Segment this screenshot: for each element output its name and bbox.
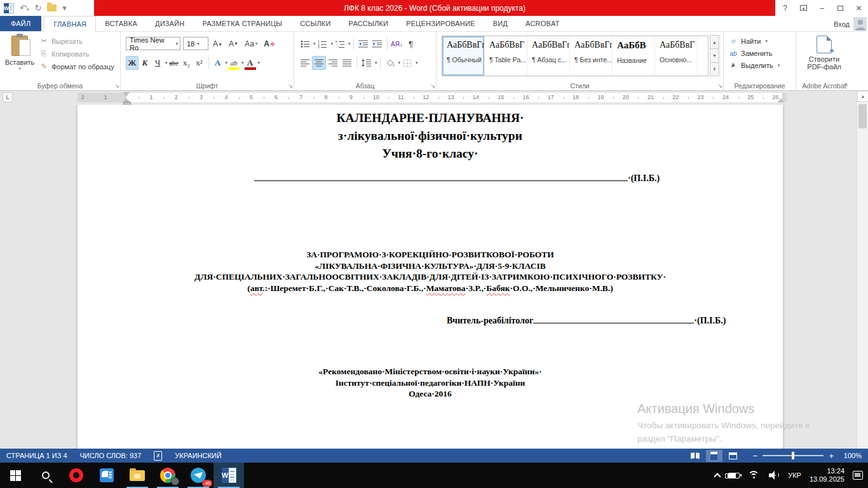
minimize-button[interactable]: – — [813, 0, 831, 16]
taskbar-chrome[interactable] — [153, 463, 183, 488]
multilevel-list-button[interactable]: ai — [333, 37, 347, 51]
select-button[interactable]: Выделить▾ — [729, 62, 780, 69]
ribbon-display-options-button[interactable]: ▴ — [794, 0, 813, 16]
vertical-scrollbar[interactable]: ▲ — [857, 91, 868, 449]
line-spacing-dropdown-arrow[interactable]: ▾ — [375, 60, 377, 65]
page-indicator[interactable]: СТРАНИЦА 1 ИЗ 4 — [6, 452, 67, 459]
style-item[interactable]: АаБбВвГг, ¶ Без инте... — [570, 36, 613, 76]
text-effects-button[interactable]: А — [212, 56, 224, 70]
style-item[interactable]: АаБбВвГг, ¶ Абзац с... — [527, 36, 570, 76]
battery-icon[interactable] — [728, 473, 740, 478]
print-layout-button[interactable] — [706, 450, 722, 462]
align-center-button[interactable] — [312, 56, 326, 70]
style-item[interactable]: АаБбВвГ ¶ Table Pa... — [485, 36, 527, 76]
keyboard-language[interactable]: УКР — [788, 471, 801, 479]
ribbon-tab[interactable]: ВСТАВКА — [96, 16, 146, 31]
bullets-dropdown-arrow[interactable]: ▾ — [313, 41, 316, 46]
open-icon[interactable] — [47, 4, 57, 11]
copy-button[interactable]: ⎘Копировать — [39, 50, 114, 58]
redo-icon[interactable]: ↻ — [34, 4, 41, 12]
close-button[interactable]: ✕ — [850, 0, 868, 16]
read-mode-button[interactable] — [687, 450, 703, 462]
borders-dropdown-arrow[interactable]: ▾ — [416, 60, 418, 65]
style-item[interactable]: АаБбВ Название — [613, 36, 655, 76]
scrollbar-thumb[interactable] — [858, 104, 867, 128]
create-pdf-button[interactable]: Створити PDF-файл — [803, 36, 846, 71]
language-indicator[interactable]: УКРАИНСКИЙ — [175, 452, 221, 459]
subscript-button[interactable]: х₂ — [180, 56, 193, 70]
align-left-button[interactable] — [298, 56, 312, 70]
font-color-dropdown-arrow[interactable]: ▾ — [258, 60, 261, 65]
font-color-button[interactable]: А — [244, 56, 257, 70]
shrink-font-button[interactable]: А▼ — [227, 37, 240, 50]
help-button[interactable]: ? — [776, 0, 794, 16]
styles-scroll-up-icon[interactable]: ▲ — [710, 35, 719, 49]
show-formatting-marks-button[interactable]: ¶ — [404, 37, 418, 51]
multilevel-dropdown-arrow[interactable]: ▾ — [348, 41, 351, 46]
cut-button[interactable]: ✂Вырезать — [39, 37, 114, 45]
bullets-button[interactable] — [298, 37, 312, 51]
word-count[interactable]: ЧИСЛО СЛОВ: 937 — [80, 452, 142, 459]
ribbon-tab[interactable]: ФАЙЛ — [0, 16, 41, 31]
left-indent-marker[interactable] — [123, 98, 130, 105]
paragraph-dialog-launcher[interactable]: ↘ — [430, 83, 435, 89]
align-right-button[interactable] — [326, 56, 340, 70]
strikethrough-button[interactable]: abc — [168, 56, 180, 70]
ribbon-tab[interactable]: РАССЫЛКИ — [340, 16, 397, 31]
volume-icon[interactable] — [769, 471, 780, 480]
font-dialog-launcher[interactable]: ↘ — [288, 83, 293, 89]
scroll-up-icon[interactable]: ▲ — [857, 91, 868, 102]
ribbon-tab[interactable]: ВИД — [484, 16, 517, 31]
ribbon-tab[interactable]: РЕЦЕНЗИРОВАНИЕ — [397, 16, 484, 31]
document-canvas[interactable]: КАЛЕНДАРНЕ·ПЛАНУВАННЯ·з·лікувальної·фізи… — [0, 105, 857, 449]
clipboard-dialog-launcher[interactable]: ↘ — [114, 83, 119, 89]
styles-dialog-launcher[interactable]: ↘ — [717, 83, 722, 89]
undo-icon[interactable]: ↶▾ — [20, 4, 29, 12]
action-center-icon[interactable] — [853, 471, 863, 480]
format-painter-button[interactable]: ✎Формат по образцу — [39, 62, 114, 71]
taskbar-blue-app[interactable] — [92, 463, 122, 488]
paste-button[interactable]: Вставить ▾ — [4, 36, 36, 81]
zoom-slider[interactable] — [763, 455, 824, 456]
taskbar-opera[interactable] — [61, 463, 92, 488]
zoom-slider-thumb[interactable] — [792, 452, 794, 459]
style-item[interactable]: АаБбВвГ Основно... — [655, 36, 698, 76]
increase-indent-button[interactable] — [370, 37, 384, 51]
font-size-combobox[interactable]: 18▾ — [183, 37, 208, 50]
ribbon-tab[interactable]: ССЫЛКИ — [291, 16, 339, 31]
start-button[interactable] — [0, 463, 31, 488]
borders-button[interactable] — [400, 56, 414, 70]
sign-in[interactable]: Вход — [834, 16, 868, 32]
shading-button[interactable] — [383, 56, 397, 70]
account-avatar[interactable] — [853, 17, 867, 30]
ribbon-tab[interactable]: ACROBAT — [517, 16, 569, 31]
grow-font-button[interactable]: А▲ — [211, 37, 224, 50]
document-page[interactable]: КАЛЕНДАРНЕ·ПЛАНУВАННЯ·з·лікувальної·фізи… — [78, 105, 783, 449]
replace-button[interactable]: abЗаменить — [729, 50, 780, 57]
zoom-out-button[interactable]: − — [753, 451, 758, 461]
sort-button[interactable]: АЯ↓ — [390, 37, 404, 51]
numbering-button[interactable]: 123 — [316, 37, 330, 51]
ribbon-tab[interactable]: РАЗМЕТКА СТРАНИЦЫ — [193, 16, 291, 31]
underline-button[interactable]: Ч — [151, 56, 164, 70]
superscript-button[interactable]: х² — [193, 56, 206, 70]
ribbon-tab[interactable]: ГЛАВНАЯ — [44, 16, 96, 32]
font-name-combobox[interactable]: Times New Ro▾ — [126, 37, 180, 50]
styles-scroll-down-icon[interactable]: ▼ — [710, 48, 719, 62]
zoom-level[interactable]: 100% — [839, 452, 862, 459]
zoom-in-button[interactable]: + — [829, 451, 834, 461]
customize-qat-icon[interactable]: ▾ — [62, 4, 67, 12]
taskbar-file-explorer[interactable] — [122, 463, 153, 488]
first-line-indent-marker[interactable] — [123, 92, 130, 96]
hidden-icons-chevron-icon[interactable] — [714, 473, 721, 480]
underline-dropdown-arrow[interactable]: ▾ — [165, 60, 168, 65]
taskbar-word[interactable]: W — [214, 463, 244, 488]
italic-button[interactable]: К — [139, 56, 151, 70]
style-item[interactable]: АаБбВвГг, ¶ Обычный — [442, 36, 485, 76]
clear-formatting-button[interactable]: А◆ — [262, 37, 276, 50]
bold-button[interactable]: Ж — [126, 56, 139, 70]
change-case-button[interactable]: Аа▾ — [243, 37, 259, 50]
restore-button[interactable] — [831, 0, 850, 16]
taskbar-search-button[interactable] — [31, 463, 61, 488]
tab-stop-selector[interactable]: L — [3, 92, 13, 102]
